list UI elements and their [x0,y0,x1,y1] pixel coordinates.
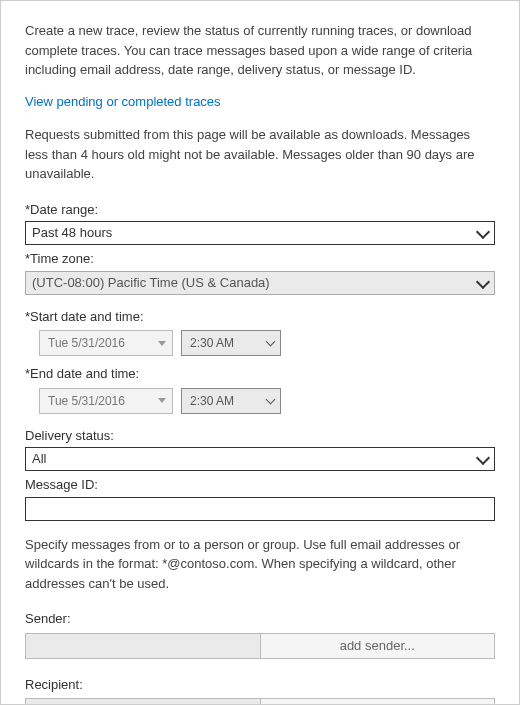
time-zone-label: *Time zone: [25,249,495,269]
chevron-down-icon [266,394,276,404]
start-date-picker[interactable]: Tue 5/31/2016 [39,330,173,356]
sender-label: Sender: [25,609,495,629]
sender-input[interactable] [25,633,261,659]
date-range-label: *Date range: [25,200,495,220]
recipient-label: Recipient: [25,675,495,695]
delivery-status-label: Delivery status: [25,426,495,446]
recipient-input[interactable] [25,698,261,705]
message-id-input[interactable] [25,497,495,521]
end-date-value: Tue 5/31/2016 [48,392,125,410]
time-zone-select[interactable]: (UTC-08:00) Pacific Time (US & Canada) [25,271,495,295]
chevron-down-icon [158,398,166,403]
delivery-status-select[interactable]: All [25,447,495,471]
chevron-down-icon [158,341,166,346]
end-time-value: 2:30 AM [190,392,234,410]
delivery-status-value: All [32,449,46,469]
start-time-picker[interactable]: 2:30 AM [181,330,281,356]
start-time-value: 2:30 AM [190,334,234,352]
add-sender-button[interactable]: add sender... [261,633,496,659]
add-sender-label: add sender... [340,636,415,656]
add-recipient-label: add recipient... [335,701,420,705]
message-id-label: Message ID: [25,475,495,495]
availability-note: Requests submitted from this page will b… [25,125,495,184]
intro-text: Create a new trace, review the status of… [25,21,495,80]
end-time-picker[interactable]: 2:30 AM [181,388,281,414]
view-traces-link[interactable]: View pending or completed traces [25,92,221,112]
end-datetime-label: *End date and time: [25,364,495,384]
add-recipient-button[interactable]: add recipient... [261,698,496,705]
start-date-value: Tue 5/31/2016 [48,334,125,352]
date-range-value: Past 48 hours [32,223,112,243]
chevron-down-icon [266,337,276,347]
end-date-picker[interactable]: Tue 5/31/2016 [39,388,173,414]
time-zone-value: (UTC-08:00) Pacific Time (US & Canada) [32,273,270,293]
addresses-note: Specify messages from or to a person or … [25,535,495,594]
start-datetime-label: *Start date and time: [25,307,495,327]
date-range-select[interactable]: Past 48 hours [25,221,495,245]
